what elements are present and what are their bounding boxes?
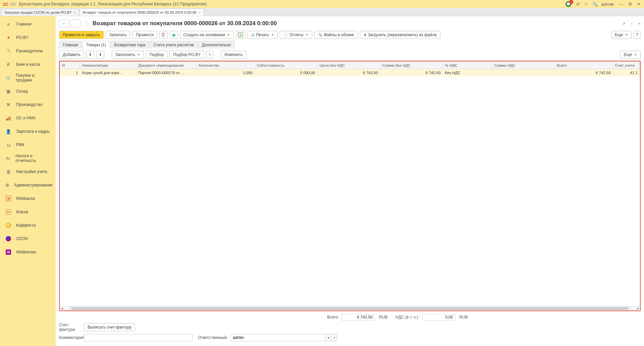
sidebar-item-admin[interactable]: ⚙Администрирование bbox=[0, 178, 56, 192]
tab-extra[interactable]: Дополнительно bbox=[198, 41, 234, 49]
menu-icon[interactable] bbox=[10, 1, 16, 7]
open-icon[interactable]: ↗ bbox=[331, 334, 337, 341]
fill-button[interactable]: Заполнить▼ bbox=[112, 51, 144, 59]
create-based-button[interactable]: Создать на основании▼ bbox=[180, 31, 234, 39]
close-icon[interactable]: × bbox=[638, 21, 641, 26]
reports-button[interactable]: 📄Отчеты▼ bbox=[280, 31, 312, 39]
table-empty-area[interactable] bbox=[60, 76, 640, 306]
sidebar-item-bank[interactable]: ₽Банк и касса bbox=[0, 58, 56, 71]
minimize-icon[interactable]: — bbox=[619, 2, 624, 7]
sidebar-item-tax[interactable]: АоНалоги и отчетность bbox=[0, 152, 56, 165]
tax-icon: Ао bbox=[5, 155, 11, 161]
comment-input[interactable] bbox=[84, 334, 193, 341]
table-row[interactable]: 1 Корм сухой для взро… Партия 0000-00027… bbox=[60, 69, 640, 76]
sidebar-item-kaffesta[interactable]: Каффеста bbox=[0, 219, 56, 232]
document-tab[interactable]: Возврат товаров от покупателя 0000-00002… bbox=[80, 9, 204, 16]
cell-qty[interactable]: 1,000 bbox=[197, 69, 255, 76]
cell-doc[interactable]: Партия 0000-000279 от … bbox=[136, 69, 196, 76]
sidebar-item-poby[interactable]: ✶PO.BY bbox=[0, 31, 56, 44]
cell-n[interactable]: 1 bbox=[60, 69, 80, 76]
edit-button[interactable]: Изменить bbox=[221, 51, 246, 59]
cell-nomen[interactable]: Корм сухой для взро… bbox=[80, 69, 136, 76]
sidebar-item-ozon[interactable]: OZON bbox=[0, 232, 56, 245]
dt-kt-button[interactable]: ДтКт bbox=[159, 31, 167, 39]
nav-forward-button[interactable]: → bbox=[70, 19, 80, 27]
cell-cost[interactable]: 5 000,00 bbox=[255, 69, 317, 76]
tab-accounts[interactable]: Счета учета расчетов bbox=[150, 41, 197, 49]
barcode-button[interactable]: ⑊ bbox=[206, 51, 213, 59]
cell-sum[interactable]: 6 742,50 bbox=[380, 69, 443, 76]
cell-vatpct[interactable]: Без НДС bbox=[443, 69, 492, 76]
close-icon[interactable]: × bbox=[199, 10, 201, 14]
col-cost[interactable]: Себестоимость bbox=[255, 62, 317, 69]
more-button[interactable]: Еще▼ bbox=[611, 31, 632, 39]
dropdown-icon[interactable]: ▾ bbox=[325, 334, 331, 341]
write-invoice-button[interactable]: Выписать счет-фактуру bbox=[84, 323, 135, 331]
post-and-close-button[interactable]: Провести и закрыть bbox=[59, 31, 104, 39]
sidebar-item-ikassa[interactable]: iKiKassa bbox=[0, 205, 56, 219]
col-vatsum[interactable]: Сумма НДС bbox=[492, 62, 555, 69]
col-nomen[interactable]: Номенклатура bbox=[80, 62, 136, 69]
sidebar-item-webkassa[interactable]: ⊞Webkassa bbox=[0, 192, 56, 205]
sidebar-item-assets[interactable]: 🚚ОС и НМА bbox=[0, 111, 56, 125]
move-down-button[interactable]: ⬇ bbox=[96, 51, 104, 59]
close-icon[interactable]: × bbox=[74, 10, 76, 14]
col-n[interactable]: N bbox=[60, 62, 80, 69]
help-button[interactable]: ? bbox=[634, 31, 641, 39]
search-icon[interactable]: 🔍 bbox=[592, 2, 598, 7]
close-window-icon[interactable]: ✕ bbox=[636, 2, 641, 7]
sidebar-item-rmk[interactable]: 🗂РМК bbox=[0, 138, 56, 152]
col-qty[interactable]: Количество bbox=[197, 62, 255, 69]
responsible-input[interactable] bbox=[230, 334, 326, 341]
star-icon[interactable]: ☆ bbox=[584, 2, 589, 7]
excel-button[interactable]: X bbox=[236, 31, 245, 39]
favorite-toggle[interactable]: ☆ bbox=[85, 20, 90, 27]
sidebar-item-warehouse[interactable]: ▦Склад bbox=[0, 84, 56, 98]
horizontal-scrollbar[interactable]: ◀ ▶ bbox=[60, 306, 640, 310]
table-more-button[interactable]: Еще▼ bbox=[620, 51, 641, 59]
sidebar-item-manager[interactable]: 〽Руководителю bbox=[0, 44, 56, 58]
nav-back-button[interactable]: ← bbox=[59, 19, 69, 27]
cell-vatsum[interactable] bbox=[492, 69, 555, 76]
structure-button[interactable]: ▣ bbox=[170, 31, 178, 39]
sidebar-item-wildberries[interactable]: WWildberries bbox=[0, 245, 56, 259]
settings-icon[interactable]: ≡ bbox=[610, 2, 615, 7]
print-button[interactable]: 🖨Печать▼ bbox=[247, 31, 278, 39]
col-doc[interactable]: Документ оприходования bbox=[136, 62, 196, 69]
post-button[interactable]: Провести bbox=[132, 31, 157, 39]
more-vertical-icon[interactable]: ⋮ bbox=[630, 21, 634, 26]
load-from-file-button[interactable]: ⬇Загрузить (перезаполнить) из файла bbox=[360, 31, 440, 39]
cell-price[interactable]: 6 742,50 bbox=[317, 69, 380, 76]
col-sum[interactable]: Сумма без НДС bbox=[380, 62, 443, 69]
notifications-icon[interactable]: 💬 1 bbox=[566, 1, 572, 7]
col-total[interactable]: Всего bbox=[555, 62, 613, 69]
cell-account[interactable]: 41.1 bbox=[613, 69, 640, 76]
tab-goods[interactable]: Товары (1) bbox=[83, 41, 110, 49]
responsible-combo[interactable]: ▾ ↗ bbox=[230, 334, 337, 341]
pick-poby-button[interactable]: Подбор PO.BY bbox=[169, 51, 204, 59]
col-vatpct[interactable]: % НДС bbox=[443, 62, 492, 69]
document-tabs-bar: Загрузка продаж OZON по дням PO.BY × Воз… bbox=[0, 8, 644, 16]
write-button[interactable]: Записать bbox=[106, 31, 130, 39]
tab-tare[interactable]: Возвратная тара bbox=[110, 41, 149, 49]
scroll-right-icon[interactable]: ▶ bbox=[636, 307, 640, 310]
cell-total[interactable]: 6 742,50 bbox=[555, 69, 613, 76]
sidebar-item-main[interactable]: ≡Главное bbox=[0, 17, 56, 31]
document-tab[interactable]: Загрузка продаж OZON по дням PO.BY × bbox=[1, 9, 79, 16]
cloud-files-button[interactable]: 📎Файлы в облаке bbox=[314, 31, 358, 39]
col-account[interactable]: Счет учета bbox=[613, 62, 640, 69]
add-row-button[interactable]: Добавить bbox=[59, 51, 84, 59]
external-link-icon[interactable]: ⇗ bbox=[622, 21, 626, 26]
tab-main[interactable]: Главная bbox=[59, 41, 82, 49]
maximize-icon[interactable]: ⧉ bbox=[627, 1, 633, 7]
sidebar-item-sales[interactable]: 🛒Покупки и продажи bbox=[0, 71, 56, 84]
sidebar-item-production[interactable]: ⚒Производство bbox=[0, 98, 56, 111]
scroll-left-icon[interactable]: ◀ bbox=[60, 307, 64, 310]
history-icon[interactable]: ↺ bbox=[575, 2, 580, 7]
user-label[interactable]: admin bbox=[601, 2, 606, 7]
col-price[interactable]: Цена без НДС bbox=[317, 62, 380, 69]
sidebar-item-settings[interactable]: 🗑Настройки учета bbox=[0, 165, 56, 178]
sidebar-item-hr[interactable]: 👤Зарплата и кадры bbox=[0, 125, 56, 138]
move-up-button[interactable]: ⬆ bbox=[86, 51, 94, 59]
pick-button[interactable]: Подбор bbox=[146, 51, 167, 59]
